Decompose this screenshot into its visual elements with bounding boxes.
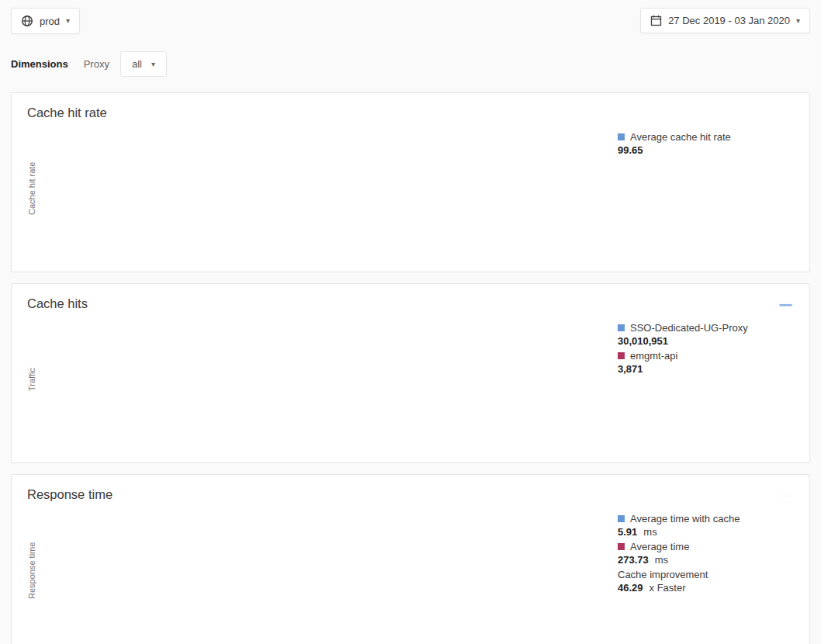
chart-card: Cache hit rate 9999.5100100.528. Dec29. … [11,92,810,272]
svg-text:99: 99 [779,115,780,116]
calendar-icon [650,15,662,26]
svg-text:99.5: 99.5 [779,113,780,114]
proxy-filter-value: all [132,58,142,70]
date-range-selector[interactable]: 27 Dec 2019 - 03 Jan 2020 ▾ [640,8,810,33]
legend-item: Average cache hit rate99.65 [618,130,794,157]
legend-swatch [618,515,625,522]
chart-area: Response time Average time with cache5.9… [27,511,794,642]
legend-item: Average time273.73ms [618,540,794,566]
proxy-filter-dropdown[interactable]: all ▾ [120,51,167,77]
legend-value: 46.29x Faster [618,581,794,594]
chart-title: Cache hits [27,296,88,311]
export-report-button[interactable]: 020040060028. Dec29. Dec30. Dec31. Dec1.… [777,487,794,504]
svg-text:100.5: 100.5 [778,112,780,113]
legend-swatch [618,352,625,359]
top-bar: prod ▾ 27 Dec 2019 - 03 Jan 2020 ▾ [0,0,821,34]
y-axis-label: Response time [27,520,39,621]
chevron-down-icon: ▾ [66,17,70,25]
filter-bar: Dimensions Proxy all ▾ [0,34,821,77]
dimensions-label: Dimensions [11,58,68,70]
legend-swatch [618,324,625,331]
legend-value: 3,871 [618,362,794,376]
chart-plot [39,320,582,452]
y-axis-label: Cache hit rate [27,138,39,239]
export-report-button[interactable]: 080k160k240k28. Dec29. Dec30. Dec31. Dec… [777,296,794,313]
legend-value: 30,010,951 [618,334,794,348]
chart-legend: Average time with cache5.91msAverage tim… [618,511,794,596]
legend-label: Average time with cache [630,512,740,525]
legend-label: SSO-Dedicated-UG-Proxy [630,321,748,334]
legend-label: emgmt-api [630,349,677,362]
chart-card: Response time 020040060028. Dec29. Dec30… [11,474,810,644]
environment-label: prod [40,16,60,27]
chart-legend: Average cache hit rate99.65 [618,129,794,158]
date-range-label: 27 Dec 2019 - 03 Jan 2020 [668,15,790,26]
legend-value: 273.73ms [618,553,794,566]
proxy-label: Proxy [84,58,109,70]
legend-swatch [618,543,625,550]
svg-text:240k: 240k [779,303,780,303]
svg-text:0: 0 [779,497,780,497]
legend-item: emgmt-api3,871 [618,349,794,376]
svg-text:600: 600 [779,493,780,494]
chart-area: Cache hit rate Average cache hit rate99.… [27,129,794,261]
chart-plot [39,511,582,642]
cards: Cache hit rate 9999.5100100.528. Dec29. … [0,77,821,644]
legend-value: 5.91ms [618,525,794,538]
environment-selector[interactable]: prod ▾ [11,8,80,34]
globe-icon [21,15,33,27]
chart-area: Traffic SSO-Dedicated-UG-Proxy30,010,951… [27,320,794,452]
y-axis-label: Traffic [27,329,39,430]
chart-plot [39,129,582,261]
chart-card: Cache hits 080k160k240k28. Dec29. Dec30.… [11,283,810,463]
legend-value: 99.65 [618,144,794,157]
chevron-down-icon: ▾ [151,61,155,68]
card-header: Response time 020040060028. Dec29. Dec30… [27,487,794,504]
legend-item: Average time with cache5.91ms [618,512,794,538]
chevron-down-icon: ▾ [796,17,800,25]
legend-label: Average cache hit rate [630,130,731,144]
card-header: Cache hit rate 9999.5100100.528. Dec29. … [27,106,794,123]
export-icon: 020040060028. Dec29. Dec30. Dec31. Dec1.… [778,489,792,503]
legend-item: Cache improvement46.29x Faster [618,568,794,594]
card-header: Cache hits 080k160k240k28. Dec29. Dec30.… [27,296,794,313]
dashboard: prod ▾ 27 Dec 2019 - 03 Jan 2020 ▾ Dimen… [0,0,821,644]
chart-legend: SSO-Dedicated-UG-Proxy30,010,951emgmt-ap… [618,320,794,377]
legend-item: SSO-Dedicated-UG-Proxy30,010,951 [618,321,794,348]
chart-title: Response time [27,487,113,502]
legend-swatch [618,133,625,140]
legend-label: Average time [630,540,689,553]
export-icon: 9999.5100100.528. Dec29. Dec30. Dec31. D… [778,107,792,121]
chart-title: Cache hit rate [27,106,107,120]
export-icon: 080k160k240k28. Dec29. Dec30. Dec31. Dec… [778,298,792,312]
legend-label: Cache improvement [618,568,708,581]
export-report-button[interactable]: 9999.5100100.528. Dec29. Dec30. Dec31. D… [777,106,794,123]
